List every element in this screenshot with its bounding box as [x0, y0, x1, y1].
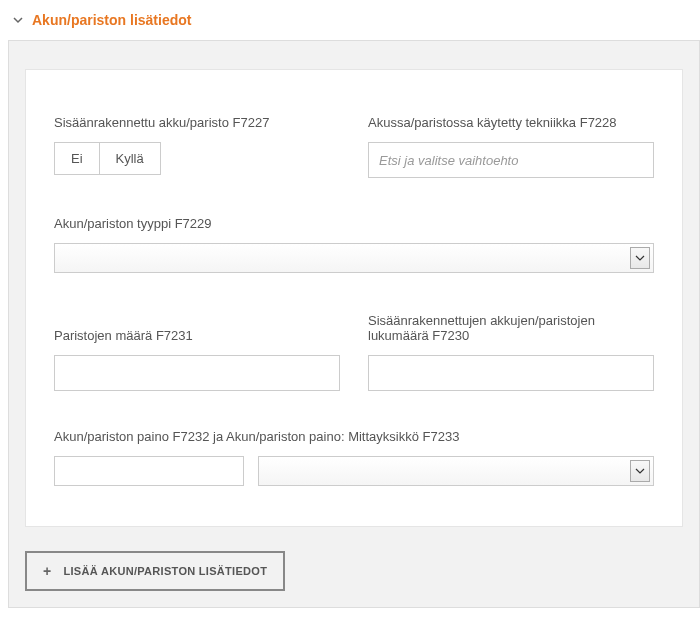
field-built-in: Sisäänrakennettu akku/paristo F7227 Ei K… — [54, 98, 340, 178]
count-input[interactable] — [54, 355, 340, 391]
section-title: Akun/pariston lisätiedot — [32, 12, 191, 28]
tech-input[interactable] — [368, 142, 654, 178]
field-tech: Akussa/paristossa käytetty tekniikka F72… — [368, 98, 654, 178]
add-battery-info-button[interactable]: + LISÄÄ AKUN/PARISTON LISÄTIEDOT — [25, 551, 285, 591]
built-in-count-input[interactable] — [368, 355, 654, 391]
field-built-in-count: Sisäänrakennettujen akkujen/paristojen l… — [368, 311, 654, 391]
toggle-built-in: Ei Kyllä — [54, 142, 161, 175]
section-header[interactable]: Akun/pariston lisätiedot — [0, 0, 700, 40]
chevron-down-icon — [630, 247, 650, 269]
plus-icon: + — [43, 563, 51, 579]
label-count: Paristojen määrä F7231 — [54, 311, 340, 343]
label-built-in-count: Sisäänrakennettujen akkujen/paristojen l… — [368, 311, 654, 343]
form-panel: Sisäänrakennettu akku/paristo F7227 Ei K… — [25, 69, 683, 527]
toggle-yes-button[interactable]: Kyllä — [99, 143, 160, 174]
label-type: Akun/pariston tyyppi F7229 — [54, 216, 654, 231]
field-count: Paristojen määrä F7231 — [54, 311, 340, 391]
chevron-down-icon — [630, 460, 650, 482]
label-tech: Akussa/paristossa käytetty tekniikka F72… — [368, 98, 654, 130]
weight-input[interactable] — [54, 456, 244, 486]
add-button-label: LISÄÄ AKUN/PARISTON LISÄTIEDOT — [63, 565, 267, 577]
toggle-no-button[interactable]: Ei — [55, 143, 99, 174]
weight-unit-select[interactable] — [258, 456, 654, 486]
type-select[interactable] — [54, 243, 654, 273]
chevron-down-icon — [8, 10, 28, 30]
outer-panel: Sisäänrakennettu akku/paristo F7227 Ei K… — [8, 40, 700, 608]
label-weight: Akun/pariston paino F7232 ja Akun/parist… — [54, 429, 654, 444]
label-built-in: Sisäänrakennettu akku/paristo F7227 — [54, 98, 340, 130]
